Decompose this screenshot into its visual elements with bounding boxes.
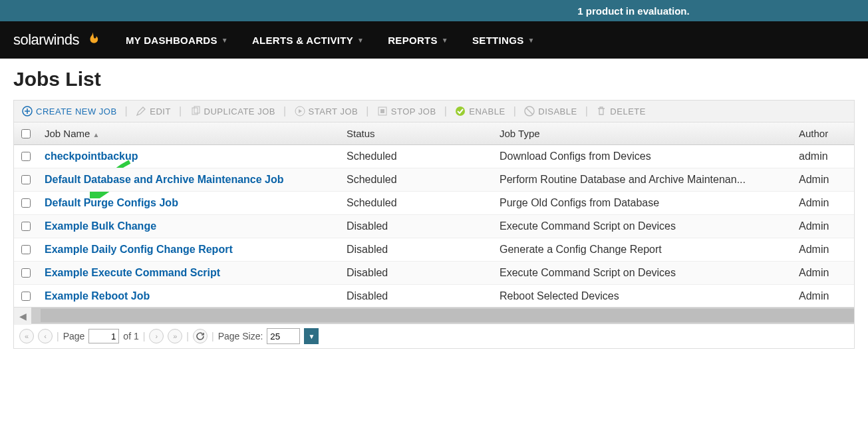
- row-checkbox[interactable]: [21, 175, 31, 184]
- enable-button[interactable]: ENABLE: [452, 105, 507, 118]
- delete-button[interactable]: DELETE: [593, 105, 649, 118]
- row-select[interactable]: [14, 145, 38, 168]
- brand-logo[interactable]: solarwinds: [13, 31, 102, 49]
- button-label: START JOB: [309, 107, 359, 116]
- check-circle-icon: [455, 106, 466, 116]
- row-checkbox[interactable]: [21, 152, 31, 161]
- row-checkbox[interactable]: [21, 268, 31, 278]
- refresh-button[interactable]: [193, 329, 208, 343]
- row-select[interactable]: [14, 285, 38, 308]
- job-name-link[interactable]: Example Daily Config Change Report: [45, 244, 233, 255]
- horizontal-scrollbar[interactable]: ◀: [13, 307, 855, 324]
- cell-author: Admin: [792, 168, 845, 191]
- nav-label: REPORTS: [388, 35, 438, 46]
- select-all-header[interactable]: [14, 122, 38, 144]
- cell-author: Admin: [792, 238, 845, 261]
- page-size-input[interactable]: [267, 328, 300, 344]
- job-name-link[interactable]: Default Purge Configs Job: [45, 197, 178, 208]
- button-label: DELETE: [610, 107, 646, 116]
- jobs-toolbar: CREATE NEW JOB | EDIT | DUPLICATE JOB | …: [13, 100, 855, 122]
- page-size-dropdown-button[interactable]: ▼: [304, 328, 319, 344]
- table-row: Example Bulk ChangeDisabledExecute Comma…: [14, 215, 854, 238]
- first-page-button[interactable]: «: [19, 329, 34, 343]
- row-select[interactable]: [14, 238, 38, 261]
- job-name-link[interactable]: Default Database and Archive Maintenance…: [45, 174, 284, 185]
- page-size-label: Page Size:: [218, 331, 263, 341]
- evaluation-banner: 1 product in evaluation.: [0, 0, 868, 21]
- caret-down-icon: ▼: [527, 37, 534, 44]
- cell-job-name: Example Execute Command Script: [38, 262, 340, 284]
- pencil-icon: [136, 106, 146, 116]
- last-page-button[interactable]: »: [168, 329, 182, 343]
- scroll-track[interactable]: [41, 309, 854, 322]
- grid-header: Job Name▲ Status Job Type Author: [14, 122, 854, 145]
- cell-status: Scheduled: [340, 145, 493, 168]
- brand-name: solarwinds: [13, 31, 79, 49]
- ban-circle-icon: [524, 106, 535, 116]
- separator: |: [143, 331, 146, 341]
- sort-asc-icon: ▲: [92, 131, 99, 138]
- separator: |: [512, 105, 518, 117]
- caret-down-icon: ▼: [221, 37, 228, 44]
- cell-author: Admin: [792, 262, 845, 284]
- play-circle-icon: [295, 106, 305, 116]
- cell-author: admin: [792, 145, 845, 168]
- row-select[interactable]: [14, 262, 38, 284]
- cell-status: Disabled: [340, 215, 493, 238]
- scroll-left-arrow-icon[interactable]: ◀: [14, 308, 31, 325]
- row-checkbox[interactable]: [21, 292, 31, 301]
- row-checkbox[interactable]: [21, 245, 31, 254]
- cell-job-type: Purge Old Configs from Database: [493, 192, 792, 214]
- page-number-input[interactable]: [88, 329, 119, 343]
- cell-job-type: Perform Routine Database and Archive Mai…: [493, 168, 792, 191]
- select-all-checkbox[interactable]: [21, 129, 31, 138]
- row-checkbox[interactable]: [21, 198, 31, 208]
- cell-job-type: Reboot Selected Devices: [493, 285, 792, 308]
- cell-status: Disabled: [340, 285, 493, 308]
- job-name-link[interactable]: Example Bulk Change: [45, 220, 156, 232]
- nav-settings[interactable]: SETTINGS ▼: [472, 35, 535, 46]
- button-label: DUPLICATE JOB: [204, 107, 275, 116]
- job-name-link[interactable]: Example Reboot Job: [45, 290, 150, 302]
- cell-status: Disabled: [340, 238, 493, 261]
- cell-job-type: Execute Command Script on Devices: [493, 262, 792, 284]
- stop-job-button[interactable]: STOP JOB: [374, 105, 439, 118]
- column-header-name[interactable]: Job Name▲: [38, 122, 340, 144]
- grid-body: checkpointbackupScheduledDownload Config…: [14, 145, 854, 308]
- cell-job-type: Download Configs from Devices: [493, 145, 792, 168]
- row-checkbox[interactable]: [21, 222, 31, 231]
- separator: |: [124, 105, 130, 117]
- column-header-status[interactable]: Status: [340, 122, 493, 144]
- next-page-button[interactable]: ›: [149, 329, 164, 343]
- separator: |: [178, 105, 184, 117]
- disable-button[interactable]: DISABLE: [521, 105, 579, 118]
- cell-job-name: Default Database and Archive Maintenance…: [38, 168, 340, 191]
- edit-button[interactable]: EDIT: [133, 105, 174, 118]
- page-title: Jobs List: [13, 68, 855, 91]
- button-label: ENABLE: [469, 107, 505, 116]
- row-select[interactable]: [14, 168, 38, 191]
- page-content: Jobs List CREATE NEW JOB | EDIT | DUPLIC…: [0, 59, 868, 349]
- cell-job-name: Default Purge Configs Job: [38, 192, 340, 214]
- separator: |: [282, 105, 288, 117]
- caret-down-icon: ▼: [442, 37, 448, 44]
- create-new-job-button[interactable]: CREATE NEW JOB: [19, 105, 120, 118]
- column-header-type[interactable]: Job Type: [493, 122, 792, 144]
- nav-my-dashboards[interactable]: MY DASHBOARDS ▼: [126, 35, 228, 46]
- job-name-link[interactable]: Example Execute Command Script: [45, 267, 220, 278]
- nav-reports[interactable]: REPORTS ▼: [388, 35, 448, 46]
- column-header-author[interactable]: Author: [792, 122, 845, 144]
- button-label: EDIT: [150, 107, 171, 116]
- row-select[interactable]: [14, 215, 38, 238]
- job-name-link[interactable]: checkpointbackup: [45, 150, 138, 162]
- start-job-button[interactable]: START JOB: [292, 105, 361, 118]
- plus-circle-icon: [22, 106, 33, 116]
- prev-page-button[interactable]: ‹: [38, 329, 53, 343]
- row-select[interactable]: [14, 192, 38, 214]
- stop-square-icon: [377, 106, 388, 116]
- separator: |: [364, 105, 370, 117]
- nav-alerts-activity[interactable]: ALERTS & ACTIVITY ▼: [252, 35, 364, 46]
- duplicate-job-button[interactable]: DUPLICATE JOB: [188, 105, 278, 118]
- cell-job-type: Generate a Config Change Report: [493, 238, 792, 261]
- cell-author: Admin: [792, 285, 845, 308]
